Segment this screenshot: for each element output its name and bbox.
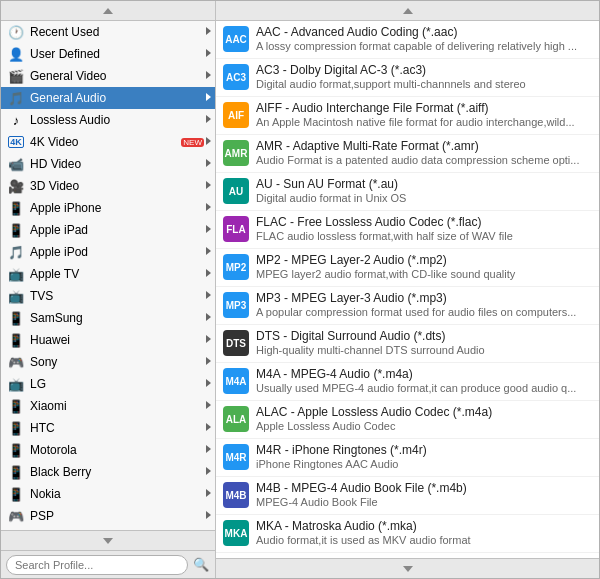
format-item-mp3[interactable]: MP3MP3 - MPEG Layer-3 Audio (*.mp3)A pop…: [216, 287, 599, 325]
item-arrow-icon: [206, 445, 211, 455]
format-item-amr[interactable]: AMRAMR - Adaptive Multi-Rate Format (*.a…: [216, 135, 599, 173]
m4b-title: M4B - MPEG-4 Audio Book File (*.m4b): [256, 481, 593, 495]
m4a-format-icon: M4A: [222, 367, 250, 395]
hd-video-icon: 📹: [7, 155, 25, 173]
sidebar-item-4k-video[interactable]: 4K4K VideoNEW: [1, 131, 215, 153]
motorola-icon: 📱: [7, 441, 25, 459]
sidebar-item-general-audio[interactable]: 🎵General Audio: [1, 87, 215, 109]
sidebar-item-label: Motorola: [30, 443, 204, 457]
sidebar-item-huawei[interactable]: 📱Huawei: [1, 329, 215, 351]
sidebar-item-apple-ipod[interactable]: 🎵Apple iPod: [1, 241, 215, 263]
sidebar-item-label: Xiaomi: [30, 399, 204, 413]
format-item-mp2[interactable]: MP2MP2 - MPEG Layer-2 Audio (*.mp2)MPEG …: [216, 249, 599, 287]
sidebar-item-3d-video[interactable]: 🎥3D Video: [1, 175, 215, 197]
format-item-au[interactable]: AUAU - Sun AU Format (*.au)Digital audio…: [216, 173, 599, 211]
sidebar-item-tvs[interactable]: 📺TVS: [1, 285, 215, 307]
format-item-m4b[interactable]: M4BM4B - MPEG-4 Audio Book File (*.m4b)M…: [216, 477, 599, 515]
format-item-aiff[interactable]: AIFAIFF - Audio Interchange File Format …: [216, 97, 599, 135]
sidebar-item-label: Apple iPad: [30, 223, 204, 237]
item-arrow-icon: [206, 159, 211, 169]
sidebar-item-apple-tv[interactable]: 📺Apple TV: [1, 263, 215, 285]
mka-format-icon: MKA: [222, 519, 250, 547]
format-item-aac[interactable]: AACAAC - Advanced Audio Coding (*.aac)A …: [216, 21, 599, 59]
sidebar-item-samsung[interactable]: 📱SamSung: [1, 307, 215, 329]
sidebar-item-htc[interactable]: 📱HTC: [1, 417, 215, 439]
aiff-text: AIFF - Audio Interchange File Format (*.…: [256, 101, 593, 129]
htc-icon: 📱: [7, 419, 25, 437]
amr-format-icon: AMR: [222, 139, 250, 167]
sidebar-item-sony[interactable]: 🎮Sony: [1, 351, 215, 373]
left-scroll-down-button[interactable]: [1, 530, 215, 550]
format-item-m4r[interactable]: M4RM4R - iPhone Ringtones (*.m4r)iPhone …: [216, 439, 599, 477]
sidebar-item-label: User Defined: [30, 47, 204, 61]
left-scroll-up-button[interactable]: [1, 1, 215, 21]
alac-text: ALAC - Apple Lossless Audio Codec (*.m4a…: [256, 405, 593, 433]
mka-desc: Audio format,it is used as MKV audio for…: [256, 533, 593, 547]
format-item-alac[interactable]: ALAALAC - Apple Lossless Audio Codec (*.…: [216, 401, 599, 439]
aiff-format-icon: AIF: [222, 101, 250, 129]
search-input[interactable]: [6, 555, 188, 575]
sidebar-item-psp[interactable]: 🎮PSP: [1, 505, 215, 527]
sidebar-item-lg[interactable]: 📺LG: [1, 373, 215, 395]
mp2-desc: MPEG layer2 audio format,with CD-like so…: [256, 267, 593, 281]
m4a-title: M4A - MPEG-4 Audio (*.m4a): [256, 367, 593, 381]
apple-ipad-icon: 📱: [7, 221, 25, 239]
sidebar-item-motorola[interactable]: 📱Motorola: [1, 439, 215, 461]
xiaomi-icon: 📱: [7, 397, 25, 415]
format-item-mka[interactable]: MKAMKA - Matroska Audio (*.mka)Audio for…: [216, 515, 599, 553]
item-arrow-icon: [206, 115, 211, 125]
right-scroll-down-button[interactable]: [216, 558, 599, 578]
item-arrow-icon: [206, 313, 211, 323]
dts-title: DTS - Digital Surround Audio (*.dts): [256, 329, 593, 343]
sidebar-item-recent-used[interactable]: 🕐Recent Used: [1, 21, 215, 43]
mp2-text: MP2 - MPEG Layer-2 Audio (*.mp2)MPEG lay…: [256, 253, 593, 281]
mp3-title: MP3 - MPEG Layer-3 Audio (*.mp3): [256, 291, 593, 305]
m4r-desc: iPhone Ringtones AAC Audio: [256, 457, 593, 471]
mka-text: MKA - Matroska Audio (*.mka)Audio format…: [256, 519, 593, 547]
item-arrow-icon: [206, 423, 211, 433]
search-icon-button[interactable]: 🔍: [192, 556, 210, 574]
category-list: 🕐Recent Used👤User Defined🎬General Video🎵…: [1, 21, 215, 530]
sidebar-item-xiaomi[interactable]: 📱Xiaomi: [1, 395, 215, 417]
arrow-down-icon: [103, 538, 113, 544]
format-item-m4a[interactable]: M4AM4A - MPEG-4 Audio (*.m4a)Usually use…: [216, 363, 599, 401]
sidebar-item-label: SamSung: [30, 311, 204, 325]
format-item-flac[interactable]: FLAFLAC - Free Lossless Audio Codec (*.f…: [216, 211, 599, 249]
sidebar-item-ps3-ps4[interactable]: 🎮PS3, PS4: [1, 527, 215, 530]
right-arrow-up-icon: [403, 8, 413, 14]
sidebar-item-hd-video[interactable]: 📹HD Video: [1, 153, 215, 175]
format-item-ac3[interactable]: AC3AC3 - Dolby Digital AC-3 (*.ac3)Digit…: [216, 59, 599, 97]
item-arrow-icon: [206, 291, 211, 301]
sidebar-item-lossless-audio[interactable]: ♪Lossless Audio: [1, 109, 215, 131]
sidebar-item-blackberry[interactable]: 📱Black Berry: [1, 461, 215, 483]
aac-text: AAC - Advanced Audio Coding (*.aac)A los…: [256, 25, 593, 53]
sidebar-item-general-video[interactable]: 🎬General Video: [1, 65, 215, 87]
format-item-dts[interactable]: DTSDTS - Digital Surround Audio (*.dts)H…: [216, 325, 599, 363]
item-arrow-icon: [206, 27, 211, 37]
sidebar-item-label: LG: [30, 377, 204, 391]
item-arrow-icon: [206, 137, 211, 147]
flac-text: FLAC - Free Lossless Audio Codec (*.flac…: [256, 215, 593, 243]
sidebar-item-apple-ipad[interactable]: 📱Apple iPad: [1, 219, 215, 241]
general-video-icon: 🎬: [7, 67, 25, 85]
sidebar-item-apple-iphone[interactable]: 📱Apple iPhone: [1, 197, 215, 219]
ac3-text: AC3 - Dolby Digital AC-3 (*.ac3)Digital …: [256, 63, 593, 91]
psp-icon: 🎮: [7, 507, 25, 525]
alac-format-icon: ALA: [222, 405, 250, 433]
sidebar-item-label: Sony: [30, 355, 204, 369]
mka-title: MKA - Matroska Audio (*.mka): [256, 519, 593, 533]
apple-tv-icon: 📺: [7, 265, 25, 283]
alac-desc: Apple Lossless Audio Codec: [256, 419, 593, 433]
amr-text: AMR - Adaptive Multi-Rate Format (*.amr)…: [256, 139, 593, 167]
sidebar-item-user-defined[interactable]: 👤User Defined: [1, 43, 215, 65]
sidebar-item-nokia[interactable]: 📱Nokia: [1, 483, 215, 505]
mp2-title: MP2 - MPEG Layer-2 Audio (*.mp2): [256, 253, 593, 267]
samsung-icon: 📱: [7, 309, 25, 327]
4k-video-icon: 4K: [7, 133, 25, 151]
au-text: AU - Sun AU Format (*.au)Digital audio f…: [256, 177, 593, 205]
flac-format-icon: FLA: [222, 215, 250, 243]
dts-format-icon: DTS: [222, 329, 250, 357]
sidebar-item-label: PSP: [30, 509, 204, 523]
right-scroll-up-button[interactable]: [216, 1, 599, 21]
amr-desc: Audio Format is a patented audio data co…: [256, 153, 593, 167]
